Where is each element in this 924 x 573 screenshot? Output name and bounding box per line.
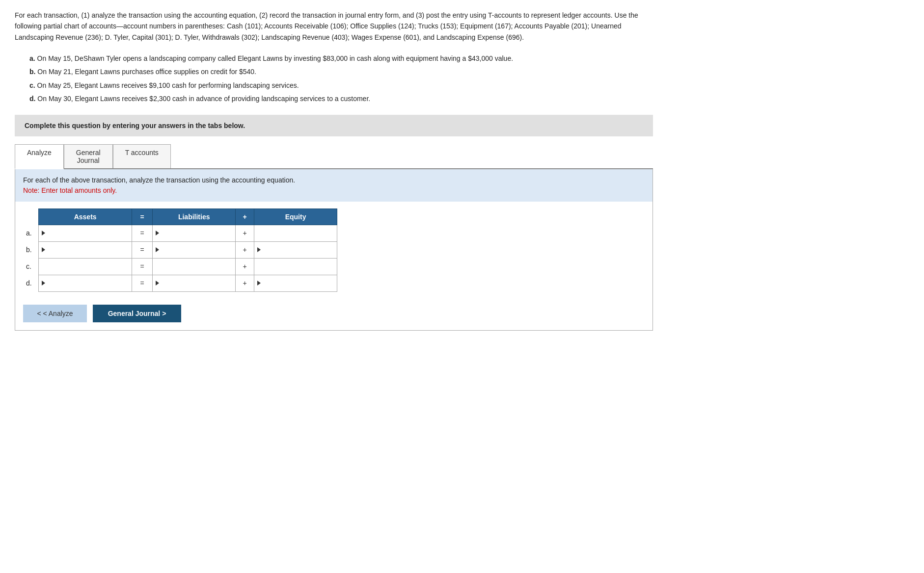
complete-banner: Complete this question by entering your … (15, 115, 653, 136)
liabilities-cell-d[interactable] (153, 275, 236, 291)
nav-buttons: < < Analyze General Journal > (15, 300, 652, 330)
tabs-row: Analyze GeneralJournal T accounts (15, 144, 653, 169)
plus-a: + (236, 225, 254, 241)
equity-input-c[interactable] (257, 262, 334, 271)
instruction-bar: For each of the above transaction, analy… (15, 169, 652, 202)
assets-cell-d[interactable] (39, 275, 132, 291)
tab-general-journal[interactable]: GeneralJournal (64, 144, 113, 168)
arrow-d-assets (42, 281, 45, 286)
accounting-table: Assets = Liabilities + Equity a. (23, 208, 337, 292)
assets-input-a[interactable] (46, 229, 129, 238)
liabilities-cell-c[interactable] (153, 258, 236, 275)
transaction-d: d. On May 30, Elegant Lawns receives $2,… (29, 93, 619, 105)
liabilities-input-a[interactable] (160, 229, 232, 238)
header-liabilities: Liabilities (153, 208, 236, 225)
tab-content: For each of the above transaction, analy… (15, 169, 653, 331)
table-row: c. = + (23, 258, 337, 275)
table-row: b. = + (23, 241, 337, 258)
equity-input-d[interactable] (262, 279, 334, 288)
equity-input-b[interactable] (262, 245, 334, 255)
arrow-a-assets (42, 231, 45, 235)
arrow-d-liabilities (156, 281, 159, 286)
liabilities-input-b[interactable] (160, 245, 232, 255)
analyze-button[interactable]: < < Analyze (23, 305, 87, 322)
assets-cell-a[interactable] (39, 225, 132, 241)
equity-input-a[interactable] (257, 229, 334, 238)
equity-cell-c[interactable] (254, 258, 337, 275)
transaction-b: b. On May 21, Elegant Lawns purchases of… (29, 66, 619, 78)
liabilities-input-c[interactable] (156, 262, 232, 271)
table-row: d. = + (23, 275, 337, 291)
arrow-d-equity (257, 281, 261, 286)
note-text: Note: Enter total amounts only. (23, 186, 117, 194)
transaction-a: a. On May 15, DeShawn Tyler opens a land… (29, 52, 619, 65)
assets-input-d[interactable] (46, 279, 129, 288)
transactions-list: a. On May 15, DeShawn Tyler opens a land… (29, 52, 619, 105)
eq-b: = (132, 241, 153, 258)
table-row: a. = + (23, 225, 337, 241)
equity-cell-b[interactable] (254, 241, 337, 258)
eq-c: = (132, 258, 153, 275)
arrow-b-equity (257, 247, 261, 252)
plus-b: + (236, 241, 254, 258)
assets-input-b[interactable] (46, 245, 129, 255)
row-label-d: d. (23, 275, 39, 291)
tab-analyze[interactable]: Analyze (15, 144, 64, 169)
eq-d: = (132, 275, 153, 291)
assets-input-c[interactable] (42, 262, 129, 271)
assets-cell-b[interactable] (39, 241, 132, 258)
header-eq: = (132, 208, 153, 225)
transaction-c: c. On May 25, Elegant Lawns receives $9,… (29, 79, 619, 92)
plus-c: + (236, 258, 254, 275)
general-journal-button[interactable]: General Journal > (93, 305, 181, 322)
arrow-a-liabilities (156, 231, 159, 235)
equity-cell-a[interactable] (254, 225, 337, 241)
header-plus: + (236, 208, 254, 225)
eq-a: = (132, 225, 153, 241)
equity-cell-d[interactable] (254, 275, 337, 291)
plus-d: + (236, 275, 254, 291)
intro-paragraph: For each transaction, (1) analyze the tr… (15, 10, 653, 43)
liabilities-cell-a[interactable] (153, 225, 236, 241)
row-label-a: a. (23, 225, 39, 241)
arrow-b-assets (42, 247, 45, 252)
header-equity: Equity (254, 208, 337, 225)
tab-t-accounts[interactable]: T accounts (113, 144, 171, 168)
liabilities-input-d[interactable] (160, 279, 232, 288)
chevron-left-icon: < (37, 310, 41, 317)
header-assets: Assets (39, 208, 132, 225)
assets-cell-c[interactable] (39, 258, 132, 275)
arrow-b-liabilities (156, 247, 159, 252)
liabilities-cell-b[interactable] (153, 241, 236, 258)
tabs-container: Analyze GeneralJournal T accounts For ea… (15, 144, 653, 331)
row-label-c: c. (23, 258, 39, 275)
row-label-b: b. (23, 241, 39, 258)
